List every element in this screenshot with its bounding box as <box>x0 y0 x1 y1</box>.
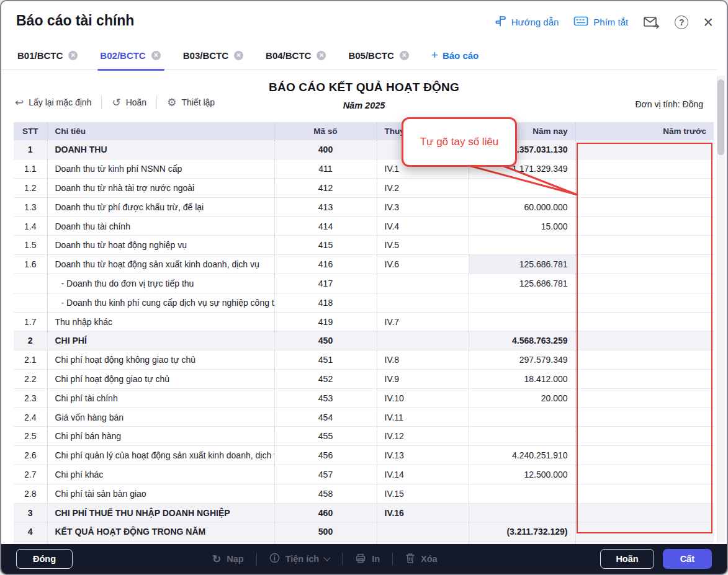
footer-bar: Đóng ↻NạpTiện íchInXóa Hoãn Cất <box>1 544 727 574</box>
tab-close-icon[interactable]: × <box>151 51 161 60</box>
note-cell: IV.6 <box>377 255 469 274</box>
current-year-cell[interactable]: 4.240.251.910 <box>469 446 575 465</box>
close-button[interactable]: Đóng <box>16 549 73 569</box>
current-year-cell[interactable] <box>469 179 575 198</box>
current-year-cell[interactable] <box>469 484 575 503</box>
note-cell <box>377 522 469 542</box>
prev-year-cell[interactable] <box>575 331 714 350</box>
table-row: 1DOANH THU4001.357.031.130 <box>14 140 714 159</box>
tab-b04-bctc[interactable]: B04/BCTC× <box>266 41 326 70</box>
prev-year-cell[interactable] <box>575 236 714 255</box>
current-year-cell[interactable]: 60.000.000 <box>469 197 575 216</box>
column-header-2: Mã số <box>274 122 377 140</box>
table-row: 2.2Chi phí hoạt động giao tự chủ452IV.91… <box>14 370 714 389</box>
utilities-button[interactable]: Tiện ích <box>269 553 330 565</box>
prev-year-cell[interactable] <box>575 140 714 159</box>
current-year-cell[interactable]: (3.211.732.129) <box>469 522 575 542</box>
prev-year-cell[interactable] <box>575 312 714 331</box>
scrollbar-thumb[interactable] <box>717 79 724 155</box>
footer-divider <box>256 553 257 565</box>
current-year-cell[interactable] <box>469 312 575 331</box>
current-year-cell[interactable]: 4.568.763.259 <box>469 331 575 350</box>
current-year-cell[interactable]: 12.500.000 <box>469 465 575 484</box>
report-title: BÁO CÁO KẾT QUẢ HOẠT ĐỘNG <box>1 81 727 94</box>
save-button[interactable]: Cất <box>663 549 712 569</box>
tab-close-icon[interactable]: × <box>400 51 409 60</box>
current-year-cell[interactable]: 125.686.781 <box>469 255 575 274</box>
current-year-cell[interactable]: 15.000 <box>469 216 575 236</box>
unit-label: Đơn vị tính: Đồng <box>635 99 703 109</box>
table-row: 1.7Thu nhập khác419IV.7 <box>14 312 714 331</box>
label-cell: DOANH THU <box>47 140 274 159</box>
prev-year-cell[interactable] <box>575 216 714 236</box>
shortcuts-button[interactable]: Phím tắt <box>573 16 628 29</box>
delete-button[interactable]: Xóa <box>405 553 438 566</box>
mail-send-icon[interactable] <box>643 16 660 29</box>
prev-year-cell[interactable] <box>575 179 714 198</box>
info-circle-icon <box>269 553 280 565</box>
label-cell: Chi phí khác <box>47 465 274 484</box>
prev-year-cell[interactable] <box>575 522 714 542</box>
current-year-cell[interactable] <box>469 503 575 522</box>
current-year-cell[interactable] <box>469 408 575 427</box>
note-cell: IV.16 <box>377 503 469 522</box>
note-cell <box>377 331 469 350</box>
load-button[interactable]: ↻Nạp <box>212 553 244 566</box>
guide-button[interactable]: Hướng dẫn <box>494 15 559 29</box>
label-cell: Doanh thu tài chính <box>47 216 274 236</box>
tab-b02-bctc[interactable]: B02/BCTC× <box>100 41 160 70</box>
footer-action-label: Nạp <box>227 554 243 564</box>
table-row: 2.6Chi phí quản lý của hoạt động sản xuấ… <box>14 446 714 465</box>
tab-b05-bctc[interactable]: B05/BCTC× <box>348 41 408 70</box>
tab-b03-bctc[interactable]: B03/BCTC× <box>183 41 243 70</box>
stt-cell: 2.1 <box>14 350 47 370</box>
stt-cell: 2.4 <box>14 408 47 427</box>
prev-year-cell[interactable] <box>575 427 714 446</box>
current-year-cell[interactable] <box>469 293 575 312</box>
financial-report-window: Báo cáo tài chính Hướng dẫn Phím tắt <box>0 0 728 575</box>
postpone-button[interactable]: Hoãn <box>600 549 654 569</box>
prev-year-cell[interactable] <box>575 350 714 370</box>
note-cell: IV.15 <box>377 484 469 503</box>
label-cell: Doanh thu từ hoạt động sản xuất kinh doa… <box>47 255 274 274</box>
current-year-cell[interactable]: 297.579.349 <box>469 350 575 370</box>
note-cell: IV.3 <box>377 197 469 216</box>
code-cell: 451 <box>274 350 377 370</box>
prev-year-cell[interactable] <box>575 465 714 484</box>
prev-year-cell[interactable] <box>575 484 714 503</box>
prev-year-cell[interactable] <box>575 197 714 216</box>
stt-cell: 1.7 <box>14 312 47 331</box>
table-row: 2.3Chi phí tài chính453IV.1020.000 <box>14 388 714 408</box>
stt-cell: 1.6 <box>14 255 47 274</box>
callout-bubble: Tự gõ tay số liệu <box>402 117 517 167</box>
current-year-cell[interactable]: 20.000 <box>469 388 575 408</box>
current-year-cell[interactable]: 18.412.000 <box>469 370 575 389</box>
label-cell: Chi phí hoạt động không giao tự chủ <box>47 350 274 370</box>
tab-close-icon[interactable]: × <box>317 51 326 60</box>
prev-year-cell[interactable] <box>575 503 714 522</box>
tab-b01-bctc[interactable]: B01/BCTC× <box>17 41 78 70</box>
table-row: 1.4Doanh thu tài chính414IV.415.000 <box>14 216 714 236</box>
prev-year-cell[interactable] <box>575 408 714 427</box>
code-cell: 415 <box>274 236 377 255</box>
callout-text: Tự gõ tay số liệu <box>420 136 499 148</box>
tab-close-icon[interactable]: × <box>68 51 78 60</box>
close-icon[interactable]: × <box>703 16 713 29</box>
print-button[interactable]: In <box>355 553 380 566</box>
current-year-cell[interactable] <box>469 236 575 255</box>
tab-label: B05/BCTC <box>348 50 393 61</box>
help-icon[interactable]: ? <box>675 16 688 29</box>
prev-year-cell[interactable] <box>575 388 714 408</box>
prev-year-cell[interactable] <box>575 274 714 293</box>
prev-year-cell[interactable] <box>575 370 714 389</box>
current-year-cell[interactable] <box>469 427 575 446</box>
current-year-cell[interactable]: 125.686.781 <box>469 274 575 293</box>
code-cell: 412 <box>274 179 377 198</box>
prev-year-cell[interactable] <box>575 446 714 465</box>
prev-year-cell[interactable] <box>575 293 714 312</box>
prev-year-cell[interactable] <box>575 255 714 274</box>
add-report-tab-button[interactable]: +Báo cáo <box>431 48 479 62</box>
prev-year-cell[interactable] <box>575 159 714 179</box>
tab-close-icon[interactable]: × <box>234 51 243 60</box>
label-cell: Chi phí tài sản bàn giao <box>47 484 274 503</box>
